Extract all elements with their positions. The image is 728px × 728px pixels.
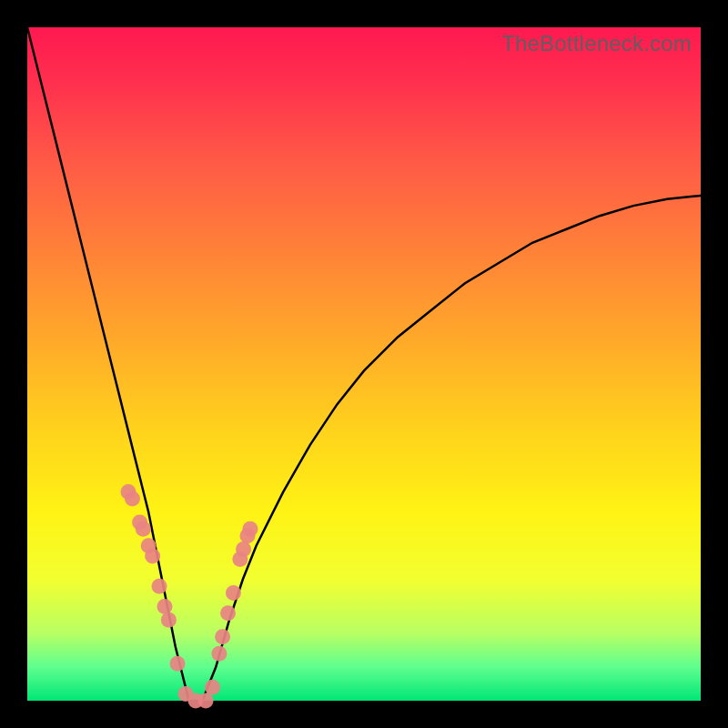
highlight-dot — [215, 629, 230, 644]
highlight-dot — [198, 693, 214, 709]
highlight-dot — [136, 521, 151, 537]
highlight-dot — [161, 612, 177, 628]
highlight-dot — [211, 646, 227, 662]
highlight-dot — [205, 680, 220, 695]
highlight-dot — [157, 599, 172, 614]
highlight-dot — [170, 656, 186, 672]
bottleneck-curve — [27, 27, 701, 701]
highlight-dot — [226, 585, 241, 601]
highlight-dot — [125, 491, 140, 507]
chart-frame: TheBottleneck.com — [0, 0, 728, 728]
highlight-dot — [152, 579, 167, 594]
highlight-dot — [242, 521, 258, 537]
highlight-dots — [121, 484, 258, 708]
curve-path — [27, 27, 701, 701]
highlight-dot — [145, 548, 160, 563]
highlight-dot — [236, 541, 251, 557]
plot-area: TheBottleneck.com — [27, 27, 701, 701]
highlight-dot — [220, 605, 236, 621]
